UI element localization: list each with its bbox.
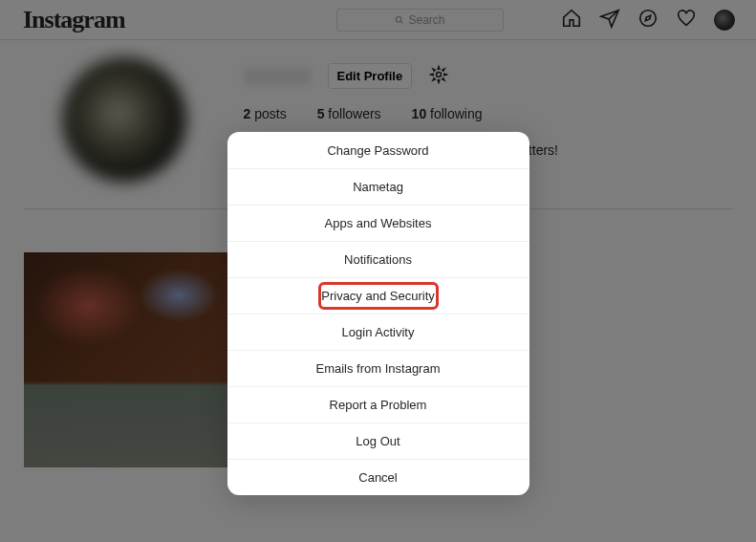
modal-item-change-password[interactable]: Change Password	[227, 132, 529, 168]
modal-item-cancel[interactable]: Cancel	[227, 459, 529, 495]
modal-item-log-out[interactable]: Log Out	[227, 423, 529, 459]
modal-item-apps-websites[interactable]: Apps and Websites	[227, 205, 529, 241]
modal-item-report-problem[interactable]: Report a Problem	[227, 386, 529, 423]
modal-item-privacy-security[interactable]: Privacy and Security	[227, 277, 529, 314]
modal-item-login-activity[interactable]: Login Activity	[227, 314, 529, 350]
modal-item-notifications[interactable]: Notifications	[227, 241, 529, 277]
modal-item-emails[interactable]: Emails from Instagram	[227, 350, 529, 386]
modal-item-nametag[interactable]: Nametag	[227, 168, 529, 205]
settings-modal: Change Password Nametag Apps and Website…	[227, 132, 529, 495]
